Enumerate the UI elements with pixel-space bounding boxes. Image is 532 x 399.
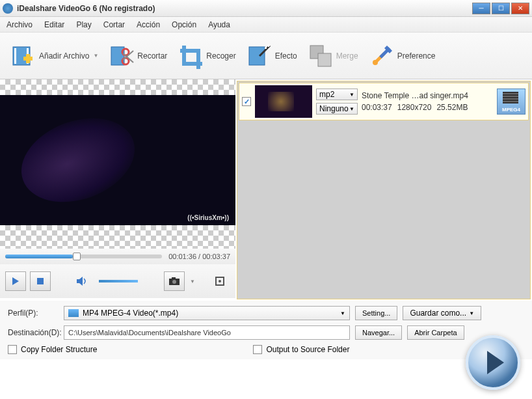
menu-play[interactable]: Play [76, 20, 91, 29]
menu-accion[interactable]: Acción [137, 20, 160, 29]
item-thumbnail [255, 85, 312, 118]
video-preview[interactable]: ((•SiriusXm•)) [0, 95, 235, 225]
scissors-icon [109, 43, 135, 69]
destination-input[interactable]: C:\Users\Malavida\Documents\iDealshare V… [64, 325, 350, 340]
item-filename: Stone Temple …ad singer.mp4 [362, 91, 468, 100]
timecode: 00:01:36 / 00:03:37 [168, 253, 230, 260]
format-select[interactable]: mp2▼ [316, 89, 358, 100]
preview-pane: ((•SiriusXm•)) 00:01:36 / 00:03:37 ▼ [0, 79, 235, 301]
svg-point-9 [373, 60, 378, 65]
preference-label: Preference [397, 51, 436, 61]
close-button[interactable]: ✕ [511, 3, 529, 14]
format-badge-icon: MPEG4 [497, 89, 525, 115]
preference-button[interactable]: Preference [364, 40, 441, 72]
film-plus-icon [10, 43, 36, 69]
item-resolution: 1280x720 [397, 103, 432, 112]
seek-slider[interactable] [5, 255, 162, 258]
crop-label: Recoger [206, 51, 235, 61]
menu-ayuda[interactable]: Ayuda [208, 20, 230, 29]
bottom-panel: Perfil(P): MP4 MPEG-4 Video(*.mp4) ▼ Set… [0, 301, 532, 359]
list-item[interactable]: ✓ mp2▼ Ninguno▼ Stone Temple …ad singer.… [239, 83, 529, 120]
setting-button[interactable]: Setting... [355, 306, 397, 320]
svg-point-15 [219, 280, 221, 282]
effect-button[interactable]: Efecto [241, 40, 302, 72]
convert-button[interactable] [466, 335, 520, 390]
effect-label: Efecto [275, 51, 297, 61]
menu-editar[interactable]: Editar [44, 20, 64, 29]
add-file-label: Añadir Archivo [39, 51, 89, 61]
watermark-text: ((•SiriusXm•)) [187, 214, 229, 221]
trim-label: Recortar [137, 51, 167, 61]
svg-rect-13 [172, 277, 176, 279]
menu-opcion[interactable]: Opción [172, 20, 196, 29]
crop-icon [178, 43, 204, 69]
fullscreen-button[interactable] [209, 271, 230, 291]
file-list: ✓ mp2▼ Ninguno▼ Stone Temple …ad singer.… [237, 81, 531, 299]
snapshot-button[interactable] [164, 271, 185, 291]
checker-bottom [0, 225, 235, 249]
stop-button[interactable] [30, 271, 51, 291]
tools-icon [369, 43, 395, 69]
trim-button[interactable]: Recortar [103, 40, 172, 72]
merge-button[interactable]: Merge [302, 40, 364, 72]
item-checkbox[interactable]: ✓ [242, 97, 251, 106]
output-source-checkbox[interactable] [253, 345, 262, 354]
merge-label: Merge [336, 51, 358, 61]
menubar: Archivo Editar Play Cortar Acción Opción… [0, 17, 532, 33]
volume-slider[interactable] [99, 280, 138, 282]
menu-archivo[interactable]: Archivo [7, 20, 33, 29]
destination-label: Destinación(D): [8, 328, 59, 337]
svg-rect-8 [318, 53, 331, 66]
chevron-down-icon[interactable]: ▼ [190, 279, 195, 284]
copy-folder-checkbox[interactable] [8, 345, 17, 354]
output-source-label: Output to Source Folder [266, 345, 349, 354]
chevron-down-icon: ▼ [93, 53, 98, 59]
play-button[interactable] [5, 271, 26, 291]
item-duration: 00:03:37 [362, 103, 392, 112]
checker-top [0, 79, 235, 95]
open-folder-button[interactable]: Abrir Carpeta [407, 325, 464, 340]
browse-button[interactable]: Navegar... [355, 325, 402, 340]
copy-folder-label: Copy Folder Structure [21, 345, 97, 354]
save-as-button[interactable]: Guardar como...▼ [403, 306, 481, 320]
window-title: iDealshare VideoGo 6 (No registrado) [17, 4, 472, 13]
svg-rect-6 [249, 47, 265, 65]
toolbar: Añadir Archivo ▼ Recortar Recoger Efecto… [0, 33, 532, 79]
menu-cortar[interactable]: Cortar [103, 20, 125, 29]
svg-rect-10 [37, 278, 44, 284]
maximize-button[interactable]: ☐ [492, 3, 510, 14]
item-size: 25.52MB [436, 103, 468, 112]
crop-button[interactable]: Recoger [172, 40, 241, 72]
profile-select[interactable]: MP4 MPEG-4 Video(*.mp4) ▼ [64, 306, 350, 320]
wand-icon [246, 43, 273, 69]
profile-label: Perfil(P): [8, 309, 59, 318]
merge-icon [308, 43, 334, 69]
titlebar: iDealshare VideoGo 6 (No registrado) ─ ☐… [0, 0, 532, 17]
add-file-button[interactable]: Añadir Archivo ▼ [5, 40, 103, 72]
svg-point-12 [172, 280, 176, 284]
mp4-icon [68, 309, 79, 317]
svg-rect-1 [14, 48, 16, 64]
subtitle-select[interactable]: Ninguno▼ [316, 103, 358, 115]
minimize-button[interactable]: ─ [472, 3, 490, 14]
app-icon [3, 3, 13, 14]
volume-button[interactable] [72, 271, 92, 291]
